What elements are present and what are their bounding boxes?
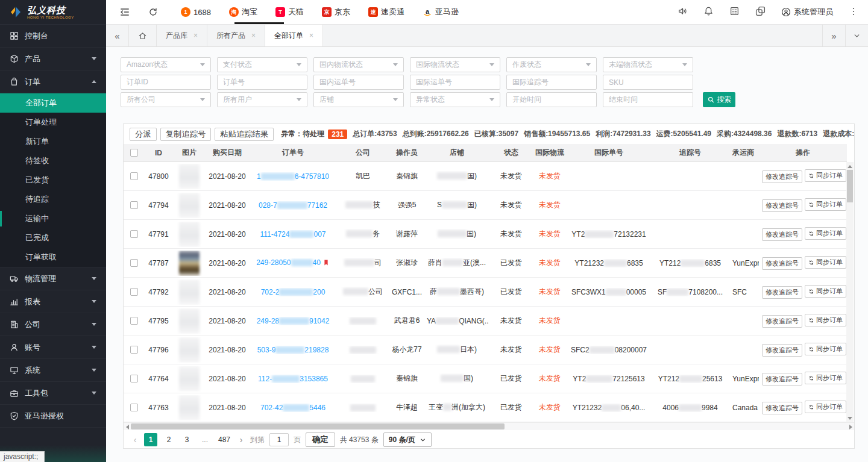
- marketplace-link[interactable]: 11688: [181, 7, 211, 17]
- filter-input[interactable]: 国内运单号: [313, 75, 404, 90]
- page-number[interactable]: 2: [162, 433, 175, 446]
- sync-order-button[interactable]: 同步订单: [805, 227, 846, 240]
- refresh-icon[interactable]: [148, 7, 158, 17]
- exchange-icon[interactable]: [755, 6, 766, 18]
- sidebar-subitem[interactable]: 全部订单: [0, 93, 106, 113]
- modify-tracking-button[interactable]: 修改追踪号: [762, 286, 802, 299]
- marketplace-link[interactable]: 京京东: [322, 7, 350, 17]
- cell-order-number[interactable]: 702-425446: [249, 404, 337, 412]
- sidebar-item[interactable]: 账号: [0, 336, 106, 359]
- vertical-scroll-thumb[interactable]: [847, 170, 853, 202]
- filter-select[interactable]: Amazon状态: [121, 57, 211, 72]
- marketplace-link[interactable]: 淘淘宝: [229, 7, 257, 17]
- sidebar-item[interactable]: 工具包: [0, 382, 106, 405]
- row-checkbox[interactable]: [130, 404, 138, 411]
- sync-order-button[interactable]: 同步订单: [805, 198, 846, 211]
- filter-input[interactable]: 订单号: [217, 75, 307, 90]
- row-checkbox[interactable]: [130, 375, 138, 382]
- sidebar-item[interactable]: 订单: [0, 70, 106, 93]
- more-icon[interactable]: [849, 7, 858, 18]
- page-number[interactable]: 3: [180, 433, 193, 446]
- cell-order-number[interactable]: 249-2891042: [249, 317, 337, 325]
- close-icon[interactable]: ×: [309, 31, 313, 40]
- sidebar-item[interactable]: 物流管理: [0, 267, 106, 290]
- marketplace-link[interactable]: T天猫: [275, 7, 304, 17]
- page-number[interactable]: 1: [144, 433, 157, 446]
- scroll-down-arrow[interactable]: [846, 415, 854, 422]
- goto-page-input[interactable]: [269, 433, 289, 446]
- marketplace-link[interactable]: 速速卖通: [368, 7, 404, 17]
- filter-select[interactable]: 支付状态: [217, 57, 307, 72]
- sidebar-item[interactable]: 控制台: [0, 25, 106, 48]
- select-all-checkbox[interactable]: [130, 149, 138, 157]
- sidebar-subitem[interactable]: 已完成: [0, 228, 106, 248]
- sidebar-subitem[interactable]: 待签收: [0, 151, 106, 170]
- row-checkbox[interactable]: [130, 288, 138, 296]
- marketplace-link[interactable]: a亚马逊: [423, 7, 459, 17]
- sidebar-item[interactable]: 系统: [0, 359, 106, 382]
- vertical-scrollbar[interactable]: [846, 162, 854, 422]
- sidebar-item[interactable]: 报表: [0, 290, 106, 313]
- filter-select[interactable]: 店铺: [313, 92, 404, 107]
- filter-date-input[interactable]: 结束时间: [603, 92, 693, 107]
- row-checkbox[interactable]: [130, 346, 138, 354]
- sync-order-button[interactable]: 同步订单: [805, 169, 846, 182]
- filter-input[interactable]: 国际运单号: [410, 75, 500, 90]
- page-number[interactable]: 487: [216, 433, 232, 446]
- modify-tracking-button[interactable]: 修改追踪号: [762, 228, 802, 241]
- sync-order-button[interactable]: 同步订单: [805, 372, 846, 384]
- close-icon[interactable]: ×: [251, 31, 256, 40]
- sync-order-button[interactable]: 同步订单: [805, 343, 846, 355]
- cell-order-number[interactable]: 16-4757810: [249, 172, 337, 181]
- sidebar-item[interactable]: 亚马逊授权: [0, 405, 106, 428]
- sync-order-button[interactable]: 同步订单: [805, 314, 846, 326]
- modify-tracking-button[interactable]: 修改追踪号: [762, 402, 802, 414]
- toolbar-button[interactable]: 粘贴追踪结果: [215, 128, 274, 141]
- bell-icon[interactable]: [703, 6, 714, 18]
- filter-select[interactable]: 国内物流状态: [313, 57, 404, 72]
- tab-scroll-right[interactable]: »: [822, 25, 845, 46]
- next-page-button[interactable]: ›: [237, 435, 245, 445]
- tab-item[interactable]: 所有产品×: [207, 25, 265, 46]
- sidebar-item[interactable]: 产品: [0, 48, 106, 70]
- filter-select[interactable]: 作废状态: [506, 57, 597, 72]
- apps-icon[interactable]: [729, 6, 740, 18]
- user-menu[interactable]: 系统管理员: [781, 7, 833, 17]
- sidebar-subitem[interactable]: 订单获取: [0, 248, 106, 267]
- tab-menu-toggle[interactable]: [845, 25, 868, 46]
- row-checkbox[interactable]: [130, 201, 138, 209]
- cell-order-number[interactable]: 112-3153865: [249, 375, 337, 383]
- tab-item[interactable]: 产品库×: [157, 25, 207, 46]
- sidebar-subitem[interactable]: 新订单: [0, 132, 106, 151]
- cell-order-number[interactable]: 028-777162: [249, 201, 337, 210]
- sidebar-subitem[interactable]: 待追踪: [0, 190, 106, 209]
- sync-order-button[interactable]: 同步订单: [805, 401, 846, 413]
- row-checkbox[interactable]: [130, 230, 138, 238]
- collapse-sidebar-icon[interactable]: [119, 7, 130, 17]
- filter-date-input[interactable]: 开始时间: [506, 92, 597, 107]
- modify-tracking-button[interactable]: 修改追踪号: [762, 257, 802, 270]
- toolbar-button[interactable]: 复制追踪号: [160, 128, 212, 141]
- cell-order-number[interactable]: 503-9219828: [249, 346, 337, 354]
- horizontal-scrollbar[interactable]: [124, 422, 854, 430]
- filter-select[interactable]: 末端物流状态: [603, 57, 693, 72]
- row-checkbox[interactable]: [130, 172, 138, 180]
- filter-input[interactable]: SKU: [603, 75, 693, 90]
- row-checkbox[interactable]: [130, 317, 138, 325]
- prev-page-button[interactable]: ‹: [131, 435, 139, 445]
- modify-tracking-button[interactable]: 修改追踪号: [762, 315, 802, 328]
- sync-order-button[interactable]: 同步订单: [805, 256, 846, 269]
- sidebar-item[interactable]: 公司: [0, 313, 106, 336]
- horizontal-scroll-thumb[interactable]: [131, 423, 505, 429]
- sidebar-subitem[interactable]: 运输中: [0, 209, 106, 228]
- page-size-select[interactable]: 90 条/页: [383, 432, 432, 447]
- sound-icon[interactable]: [678, 6, 688, 18]
- tab-scroll-left[interactable]: «: [106, 25, 129, 46]
- confirm-page-button[interactable]: 确定: [306, 432, 335, 447]
- filter-select[interactable]: 所有用户: [217, 92, 307, 107]
- filter-input[interactable]: 国际追踪号: [506, 75, 597, 90]
- search-button[interactable]: 搜索: [703, 92, 735, 107]
- filter-select[interactable]: 异常状态: [410, 92, 500, 107]
- sync-order-button[interactable]: 同步订单: [805, 285, 846, 298]
- modify-tracking-button[interactable]: 修改追踪号: [762, 199, 802, 212]
